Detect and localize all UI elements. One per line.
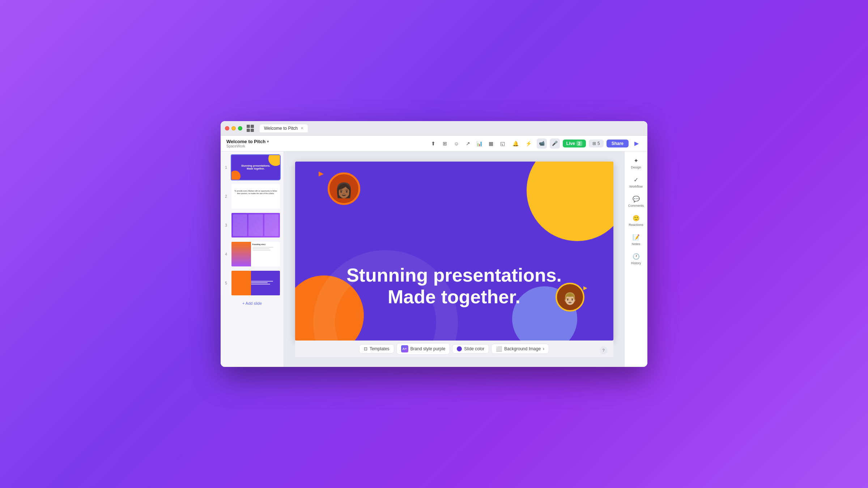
tab-label: Welcome to Pitch: [264, 126, 298, 131]
avatar-bottom-right: 👨🏼: [556, 283, 584, 312]
comments-icon: 💬: [633, 196, 640, 202]
comments-label: Comments: [628, 204, 644, 207]
background-image-label: Background Image: [504, 346, 541, 351]
slide-bottom-toolbar: ⊡ Templates A+ Brand style purple Slide …: [295, 341, 613, 357]
slide-preview-4[interactable]: Founding story: [231, 241, 281, 267]
history-label: History: [631, 261, 641, 265]
yellow-circle-decoration: [527, 162, 613, 241]
bottom-tools-container: ⊡ Templates A+ Brand style purple Slide …: [295, 343, 613, 355]
sidebar-tool-comments[interactable]: 💬 Comments: [627, 193, 646, 210]
sidebar-tool-design[interactable]: ✦ Design: [627, 154, 646, 172]
slides-count-num: 5: [597, 141, 600, 146]
background-image-button[interactable]: ⬜ Background Image ›: [491, 344, 549, 354]
notifications-bell-icon[interactable]: 🔔: [511, 138, 521, 149]
video-button[interactable]: 📹: [537, 138, 547, 149]
emoji-btn[interactable]: ☺: [451, 138, 461, 149]
avatar-top-left: 👩🏾: [328, 172, 360, 205]
slide-preview-5[interactable]: [231, 270, 281, 296]
share-button[interactable]: Share: [607, 140, 629, 147]
templates-icon: ⊡: [364, 346, 367, 351]
slide-preview-1[interactable]: Stunning presentations.Made together.: [231, 154, 281, 180]
play-presentation-button[interactable]: ▶: [631, 138, 642, 149]
link-btn[interactable]: ↗: [463, 138, 473, 149]
title-bar: Welcome to Pitch ✕: [221, 121, 647, 136]
upload-btn[interactable]: ⬆: [428, 138, 438, 149]
brand-style-label: Brand style purple: [410, 346, 446, 351]
grid-icon[interactable]: [247, 125, 254, 132]
maximize-button[interactable]: [238, 126, 242, 130]
templates-label: Templates: [370, 346, 390, 351]
traffic-lights: [225, 126, 242, 130]
slide-headline[interactable]: Stunning presentations. Made together.: [317, 265, 592, 308]
slides-panel: 1 Stunning presentations.Made together. …: [221, 151, 284, 367]
slide-number-4: 4: [224, 252, 229, 256]
slide-line-2: Made together.: [317, 286, 592, 308]
sidebar-tool-history[interactable]: 🕐 History: [627, 250, 646, 268]
content-area: 1 Stunning presentations.Made together. …: [221, 151, 647, 367]
toolbar-right: 🔔 ⚡ 📹 🎤 Live 2 ⊞ 5 Share ▶: [511, 138, 642, 149]
design-icon: ✦: [634, 157, 638, 164]
notes-icon: 📝: [633, 234, 640, 241]
slide-thumb-2[interactable]: 2 To provide every Martian with an oppor…: [224, 183, 281, 209]
chevron-down-icon[interactable]: ▾: [267, 140, 269, 144]
right-sidebar: ✦ Design ✓ Workflow 💬 Comments 🙂 Reactio…: [624, 151, 647, 367]
slide-thumb-4[interactable]: 4 Founding story: [224, 241, 281, 267]
presentation-title-section: Welcome to Pitch ▾ SpaceWork: [226, 139, 425, 148]
lightning-icon[interactable]: ⚡: [524, 138, 534, 149]
reactions-label: Reactions: [629, 223, 643, 227]
embed-btn[interactable]: ◱: [498, 138, 508, 149]
microphone-button[interactable]: 🎤: [550, 138, 560, 149]
slide-preview-3[interactable]: [231, 212, 281, 238]
slide-preview-2[interactable]: To provide every Martian with an opportu…: [231, 183, 281, 209]
live-label: Live: [566, 141, 575, 146]
notes-label: Notes: [632, 242, 641, 246]
slide-thumb-5[interactable]: 5: [224, 270, 281, 296]
chevron-right-icon: ›: [543, 346, 544, 351]
cursor-top: ▶: [319, 170, 324, 177]
active-tab[interactable]: Welcome to Pitch ✕: [260, 124, 308, 132]
chart-btn[interactable]: 📊: [475, 138, 485, 149]
help-button[interactable]: ?: [600, 346, 608, 354]
brand-style-icon: A+: [401, 345, 408, 352]
slide-thumb-1[interactable]: 1 Stunning presentations.Made together.: [224, 154, 281, 180]
workflow-icon: ✓: [634, 176, 638, 183]
tab-close-icon[interactable]: ✕: [301, 126, 303, 130]
workflow-label: Workflow: [629, 185, 643, 188]
main-toolbar: Welcome to Pitch ▾ SpaceWork ⬆ ⊞ ☺ ↗ 📊 ▦…: [221, 136, 647, 151]
minimize-button[interactable]: [231, 126, 236, 130]
templates-button[interactable]: ⊡ Templates: [359, 344, 394, 354]
live-button[interactable]: Live 2: [563, 140, 586, 147]
slide-color-dot: [457, 346, 462, 351]
slide-line-1: Stunning presentations.: [317, 265, 592, 286]
sidebar-tool-workflow[interactable]: ✓ Workflow: [627, 174, 646, 191]
workspace-name: SpaceWork: [226, 144, 425, 148]
layout-btn[interactable]: ⊞: [440, 138, 450, 149]
add-slide-button[interactable]: + Add slide: [224, 299, 281, 308]
slide-number-5: 5: [224, 281, 229, 285]
slide-number-1: 1: [224, 166, 229, 170]
design-label: Design: [631, 166, 641, 169]
table-btn[interactable]: ▦: [486, 138, 496, 149]
slide-canvas[interactable]: ▶ 👩🏾 Stunning presentations. Made togeth…: [295, 162, 613, 341]
presentation-title[interactable]: Welcome to Pitch ▾: [226, 139, 425, 144]
slide-number-3: 3: [224, 223, 229, 227]
slide-thumb-3[interactable]: 3: [224, 212, 281, 238]
live-count: 2: [576, 141, 582, 146]
brand-style-button[interactable]: A+ Brand style purple: [396, 343, 450, 355]
slide-color-button[interactable]: Slide color: [452, 344, 489, 354]
sidebar-tool-reactions[interactable]: 🙂 Reactions: [627, 212, 646, 230]
history-icon: 🕐: [633, 253, 640, 260]
sidebar-tool-notes[interactable]: 📝 Notes: [627, 231, 646, 249]
main-slide-area: ▶ 👩🏾 Stunning presentations. Made togeth…: [284, 151, 624, 367]
slide-color-label: Slide color: [464, 346, 484, 351]
background-image-icon: ⬜: [496, 346, 502, 352]
cursor-bottom-right: ▶: [583, 285, 587, 291]
avatar-face-icon: 👩🏾: [335, 182, 353, 199]
close-button[interactable]: [225, 126, 229, 130]
slides-count-button[interactable]: ⊞ 5: [589, 140, 604, 147]
avatar-face-br-icon: 👨🏼: [563, 292, 577, 305]
app-window: Welcome to Pitch ✕ Welcome to Pitch ▾ Sp…: [221, 121, 647, 367]
toolbar-center: ⬆ ⊞ ☺ ↗ 📊 ▦ ◱: [428, 138, 508, 149]
reactions-icon: 🙂: [633, 215, 640, 222]
slide-number-2: 2: [224, 194, 229, 198]
